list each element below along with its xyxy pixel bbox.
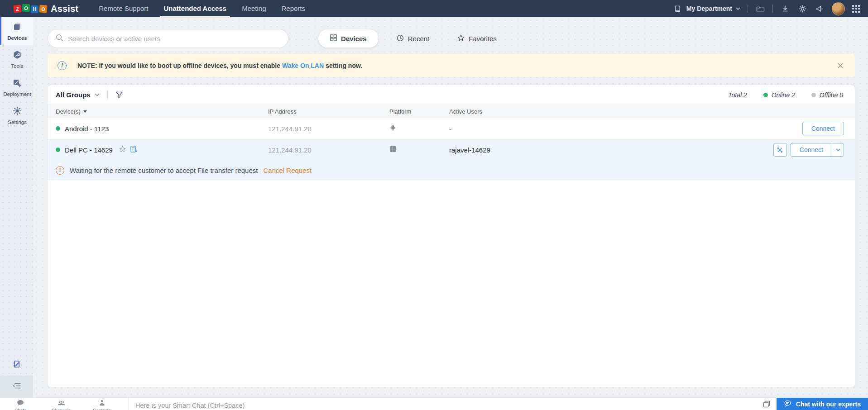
top-navbar: Z O H O Assist Remote Support Unattended… — [0, 0, 868, 17]
remote-tools-button[interactable] — [773, 143, 787, 157]
nav-meeting[interactable]: Meeting — [242, 0, 266, 17]
col-active-users: Active Users — [449, 108, 844, 115]
toolbar-row: Devices Recent Favorites — [48, 29, 855, 48]
contacts-button[interactable]: Contacts — [82, 398, 122, 410]
sort-caret-icon — [83, 110, 87, 113]
product-name: Assist — [51, 4, 78, 14]
offline-dot — [811, 93, 816, 97]
devices-card: All Groups Total 2 Online 2 Offline 0 De… — [48, 85, 855, 387]
cancel-request-link[interactable]: Cancel Request — [263, 167, 312, 174]
expert-button-label: Chat with our experts — [796, 400, 861, 408]
device-notes-icon[interactable] — [130, 145, 137, 155]
department-icon — [673, 4, 683, 14]
divider — [772, 5, 773, 13]
warning-icon — [56, 166, 64, 175]
department-selector[interactable]: My Department — [673, 4, 740, 14]
group-selector[interactable]: All Groups — [56, 91, 100, 99]
sidebar-item-settings[interactable]: Settings — [0, 101, 33, 129]
connect-dropdown-button[interactable] — [832, 143, 844, 157]
divider — [107, 90, 108, 100]
tab-label: Favorites — [469, 35, 497, 43]
device-ip: 121.244.91.20 — [268, 125, 389, 133]
col-devices[interactable]: Device(s) — [56, 108, 268, 115]
table-header: Device(s) IP Address Platform Active Use… — [48, 105, 855, 118]
table-row[interactable]: Dell PC - 14629 121.244.91.20 rajavel-14… — [48, 139, 855, 161]
nav-reports[interactable]: Reports — [282, 0, 306, 17]
sidebar-item-deployment[interactable]: Deployment — [0, 73, 33, 101]
wake-on-lan-banner: NOTE: If you would like to boot up offli… — [48, 54, 855, 77]
sidebar-item-label: Devices — [7, 35, 27, 41]
online-count: Online 2 — [763, 91, 795, 99]
zoho-letter-h: H — [31, 5, 38, 13]
sidebar-collapse-button[interactable] — [0, 376, 33, 397]
tab-label: Recent — [408, 35, 430, 43]
online-dot — [763, 93, 768, 97]
online-status-dot — [56, 148, 60, 152]
main-content: Devices Recent Favorites NOTE: If you wo… — [33, 17, 868, 397]
tab-devices[interactable]: Devices — [318, 29, 379, 48]
gear-icon[interactable] — [797, 4, 807, 14]
smart-chat-input[interactable] — [135, 398, 763, 410]
device-search — [48, 29, 288, 48]
close-icon[interactable] — [836, 61, 845, 70]
chats-icon — [17, 400, 24, 408]
chevron-down-icon — [736, 7, 740, 10]
device-name: Dell PC - 14629 — [65, 146, 113, 154]
device-name: Android - 1123 — [65, 125, 109, 133]
zoho-letter-o1: O — [22, 4, 30, 12]
tab-recent[interactable]: Recent — [387, 29, 440, 48]
divider — [748, 5, 748, 13]
col-platform: Platform — [389, 108, 449, 115]
search-input[interactable] — [68, 35, 281, 43]
offline-count: Offline 0 — [811, 91, 843, 99]
feedback-notes-button[interactable] — [0, 360, 33, 370]
favorite-star-icon[interactable] — [119, 146, 126, 154]
smart-chat-bar: Chats Channels Contacts Chat with our ex… — [0, 397, 868, 410]
tab-favorites[interactable]: Favorites — [447, 29, 507, 48]
nav-unattended-access[interactable]: Unattended Access — [163, 0, 226, 17]
wake-on-lan-link[interactable]: Wake On LAN — [282, 62, 324, 69]
devices-grid-icon — [330, 34, 337, 43]
topnav-right-tools: My Department — [673, 2, 868, 15]
view-tabs: Devices Recent Favorites — [318, 29, 507, 48]
group-label: All Groups — [56, 91, 91, 99]
total-count: Total 2 — [728, 91, 747, 99]
active-user: - — [449, 125, 451, 133]
sidebar-item-label: Tools — [11, 63, 24, 69]
primary-nav: Remote Support Unattended Access Meeting… — [99, 0, 305, 17]
deployment-icon — [13, 78, 22, 89]
chevron-down-icon — [95, 93, 100, 96]
device-ip: 121.244.91.20 — [268, 146, 389, 154]
zoho-assist-logo[interactable]: Z O H O Assist — [14, 4, 78, 14]
collapse-icon — [13, 382, 21, 391]
contacts-icon — [99, 400, 105, 408]
user-avatar[interactable] — [832, 2, 845, 15]
channels-button[interactable]: Channels — [41, 398, 82, 410]
contacts-label: Contacts — [93, 408, 110, 410]
connect-button[interactable]: Connect — [791, 143, 832, 157]
folder-icon[interactable] — [755, 4, 765, 14]
chats-button[interactable]: Chats — [0, 398, 41, 410]
expert-chat-icon — [784, 400, 792, 408]
department-label: My Department — [686, 5, 732, 12]
zoho-logo-tiles: Z O H O — [14, 5, 47, 13]
tab-label: Devices — [341, 35, 367, 43]
apps-grid-icon[interactable] — [852, 5, 860, 13]
devices-icon — [13, 22, 22, 33]
feedback-notepad-icon — [12, 360, 21, 370]
chat-with-experts-button[interactable]: Chat with our experts — [777, 398, 868, 410]
note-text: NOTE: If you would like to boot up offli… — [77, 62, 362, 69]
sidebar-item-tools[interactable]: Tools — [0, 45, 33, 73]
table-row[interactable]: Android - 1123 121.244.91.20 - Connect — [48, 118, 855, 139]
group-bar: All Groups Total 2 Online 2 Offline 0 — [48, 85, 855, 105]
sidebar-item-label: Deployment — [3, 91, 31, 97]
connect-button[interactable]: Connect — [802, 122, 844, 135]
filter-funnel-icon[interactable] — [115, 91, 123, 99]
megaphone-icon[interactable] — [815, 4, 825, 14]
download-icon[interactable] — [780, 4, 790, 14]
nav-remote-support[interactable]: Remote Support — [99, 0, 148, 17]
sidebar-item-label: Settings — [8, 119, 27, 125]
chat-windows-icon[interactable] — [763, 398, 777, 408]
sidebar-item-devices[interactable]: Devices — [0, 17, 33, 45]
channels-icon — [58, 400, 65, 408]
